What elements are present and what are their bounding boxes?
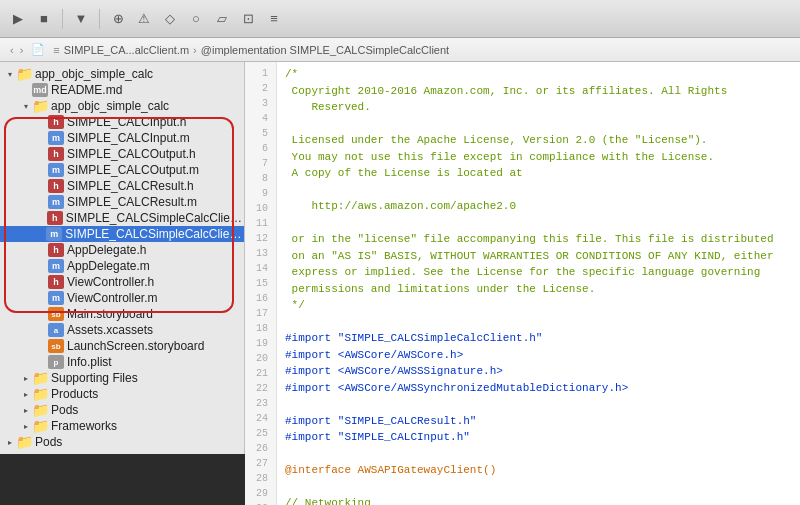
scheme-selector[interactable]: ▼ bbox=[71, 9, 91, 29]
plist-file-icon: p bbox=[48, 355, 64, 369]
header-file-icon: h bbox=[48, 179, 64, 193]
folder-icon: 📁 bbox=[32, 371, 48, 385]
line-numbers: 1234567891011121314151617181920212223242… bbox=[245, 62, 277, 505]
sidebar-item-f6[interactable]: mSIMPLE_CALCResult.m bbox=[0, 194, 244, 210]
back-button[interactable]: ‹ bbox=[10, 44, 14, 56]
sidebar-item-label: SIMPLE_CALCSimpleCalcClient.h bbox=[66, 211, 244, 225]
breadcrumb-symbol[interactable]: @implementation SIMPLE_CALCSimpleCalcCli… bbox=[201, 44, 449, 56]
sidebar-item-root[interactable]: 📁app_objc_simple_calc bbox=[0, 66, 244, 82]
sidebar-item-label: SIMPLE_CALCResult.m bbox=[67, 195, 197, 209]
sidebar-item-f5[interactable]: hSIMPLE_CALCResult.h bbox=[0, 178, 244, 194]
sidebar-item-label: AppDelegate.m bbox=[67, 259, 150, 273]
expand-triangle[interactable] bbox=[20, 404, 32, 416]
sidebar-item-group[interactable]: 📁app_objc_simple_calc bbox=[0, 98, 244, 114]
source-file-icon: m bbox=[46, 227, 62, 241]
xcassets-file-icon: a bbox=[48, 323, 64, 337]
folder-icon: 📁 bbox=[32, 99, 48, 113]
code-editor: 1234567891011121314151617181920212223242… bbox=[245, 62, 800, 505]
sidebar-item-f7[interactable]: hSIMPLE_CALCSimpleCalcClient.h bbox=[0, 210, 244, 226]
source-file-icon: m bbox=[48, 131, 64, 145]
sidebar-item-label: app_objc_simple_calc bbox=[35, 67, 153, 81]
sidebar-item-launchscreen[interactable]: sbLaunchScreen.storyboard bbox=[0, 338, 244, 354]
sidebar-item-frameworks[interactable]: 📁Frameworks bbox=[0, 418, 244, 434]
sidebar-item-f8[interactable]: mSIMPLE_CALCSimpleCalcClient.m bbox=[0, 226, 244, 242]
sidebar-wrapper: 📁app_objc_simple_calcmdREADME.md📁app_obj… bbox=[0, 62, 245, 505]
sidebar-item-info[interactable]: pInfo.plist bbox=[0, 354, 244, 370]
sidebar-item-pods[interactable]: 📁Pods bbox=[0, 402, 244, 418]
sidebar-item-readme[interactable]: mdREADME.md bbox=[0, 82, 244, 98]
add-button[interactable]: ⊕ bbox=[108, 9, 128, 29]
markdown-file-icon: md bbox=[32, 83, 48, 97]
sidebar-item-label: ViewController.m bbox=[67, 291, 157, 305]
sidebar-item-label: Frameworks bbox=[51, 419, 117, 433]
folder-icon: 📁 bbox=[16, 435, 32, 449]
source-file-icon: m bbox=[48, 291, 64, 305]
sidebar-item-label: AppDelegate.h bbox=[67, 243, 146, 257]
warning-button[interactable]: ⚠ bbox=[134, 9, 154, 29]
sidebar-item-label: LaunchScreen.storyboard bbox=[67, 339, 204, 353]
sidebar-item-products[interactable]: 📁Products bbox=[0, 386, 244, 402]
diamond-button[interactable]: ◇ bbox=[160, 9, 180, 29]
main-area: 📁app_objc_simple_calcmdREADME.md📁app_obj… bbox=[0, 62, 800, 505]
menu-button[interactable]: ≡ bbox=[264, 9, 284, 29]
source-file-icon: m bbox=[48, 195, 64, 209]
code-content[interactable]: /* Copyright 2010-2016 Amazon.com, Inc. … bbox=[277, 62, 800, 505]
sidebar-item-f4[interactable]: mSIMPLE_CALCOutput.m bbox=[0, 162, 244, 178]
editor-scroll[interactable]: 1234567891011121314151617181920212223242… bbox=[245, 62, 800, 505]
header-file-icon: h bbox=[48, 147, 64, 161]
toolbar-separator bbox=[62, 9, 63, 29]
sidebar-item-f1[interactable]: hSIMPLE_CALCInput.h bbox=[0, 114, 244, 130]
toolbar-separator-2 bbox=[99, 9, 100, 29]
sidebar-item-label: SIMPLE_CALCOutput.m bbox=[67, 163, 199, 177]
breadcrumb-icon: 📄 bbox=[31, 43, 45, 56]
sidebar-item-label: SIMPLE_CALCResult.h bbox=[67, 179, 194, 193]
sidebar-item-label: SIMPLE_CALCInput.h bbox=[67, 115, 186, 129]
breadcrumb-file[interactable]: SIMPLE_CA...alcClient.m bbox=[64, 44, 189, 56]
expand-triangle[interactable] bbox=[20, 100, 32, 112]
sidebar-item-label: SIMPLE_CALCInput.m bbox=[67, 131, 190, 145]
sidebar-item-label: Supporting Files bbox=[51, 371, 138, 385]
forward-button[interactable]: › bbox=[20, 44, 24, 56]
header-file-icon: h bbox=[48, 243, 64, 257]
sidebar-item-f2[interactable]: mSIMPLE_CALCInput.m bbox=[0, 130, 244, 146]
sidebar-item-appdelegate_m[interactable]: mAppDelegate.m bbox=[0, 258, 244, 274]
sidebar-item-label: app_objc_simple_calc bbox=[51, 99, 169, 113]
folder-icon: 📁 bbox=[32, 403, 48, 417]
run-button[interactable]: ▶ bbox=[8, 9, 28, 29]
header-file-icon: h bbox=[48, 115, 64, 129]
folder-icon: 📁 bbox=[16, 67, 32, 81]
folder-icon: 📁 bbox=[32, 419, 48, 433]
rect-button[interactable]: ▱ bbox=[212, 9, 232, 29]
sidebar-item-label: SIMPLE_CALCOutput.h bbox=[67, 147, 196, 161]
storyboard-file-icon: sb bbox=[48, 307, 64, 321]
sidebar-item-pods2[interactable]: 📁Pods bbox=[0, 434, 244, 450]
sidebar-item-label: README.md bbox=[51, 83, 122, 97]
source-file-icon: m bbox=[48, 163, 64, 177]
sidebar-item-viewcontroller_h[interactable]: hViewController.h bbox=[0, 274, 244, 290]
sidebar-item-assets[interactable]: aAssets.xcassets bbox=[0, 322, 244, 338]
expand-triangle[interactable] bbox=[4, 68, 16, 80]
header-file-icon: h bbox=[47, 211, 63, 225]
sidebar-item-mainstoryboard[interactable]: sbMain.storyboard bbox=[0, 306, 244, 322]
sidebar-item-label: Products bbox=[51, 387, 98, 401]
sidebar-item-label: Pods bbox=[51, 403, 78, 417]
source-file-icon: m bbox=[48, 259, 64, 273]
expand-triangle[interactable] bbox=[20, 372, 32, 384]
circle-button[interactable]: ○ bbox=[186, 9, 206, 29]
expand-triangle[interactable] bbox=[20, 420, 32, 432]
expand-triangle[interactable] bbox=[20, 388, 32, 400]
sidebar-item-label: ViewController.h bbox=[67, 275, 154, 289]
storyboard-file-icon: sb bbox=[48, 339, 64, 353]
header-file-icon: h bbox=[48, 275, 64, 289]
toolbar: ▶ ■ ▼ ⊕ ⚠ ◇ ○ ▱ ⊡ ≡ bbox=[0, 0, 800, 38]
stop-button[interactable]: ■ bbox=[34, 9, 54, 29]
grid-button[interactable]: ⊡ bbox=[238, 9, 258, 29]
file-navigator: 📁app_objc_simple_calcmdREADME.md📁app_obj… bbox=[0, 62, 245, 454]
sidebar-item-label: Pods bbox=[35, 435, 62, 449]
expand-triangle[interactable] bbox=[4, 436, 16, 448]
sidebar-item-viewcontroller_m[interactable]: mViewController.m bbox=[0, 290, 244, 306]
sidebar-item-appdelegate_h[interactable]: hAppDelegate.h bbox=[0, 242, 244, 258]
sidebar-item-f3[interactable]: hSIMPLE_CALCOutput.h bbox=[0, 146, 244, 162]
sidebar-item-supporting[interactable]: 📁Supporting Files bbox=[0, 370, 244, 386]
breadcrumb: ‹ › 📄 ≡ SIMPLE_CA...alcClient.m › @imple… bbox=[0, 38, 800, 62]
